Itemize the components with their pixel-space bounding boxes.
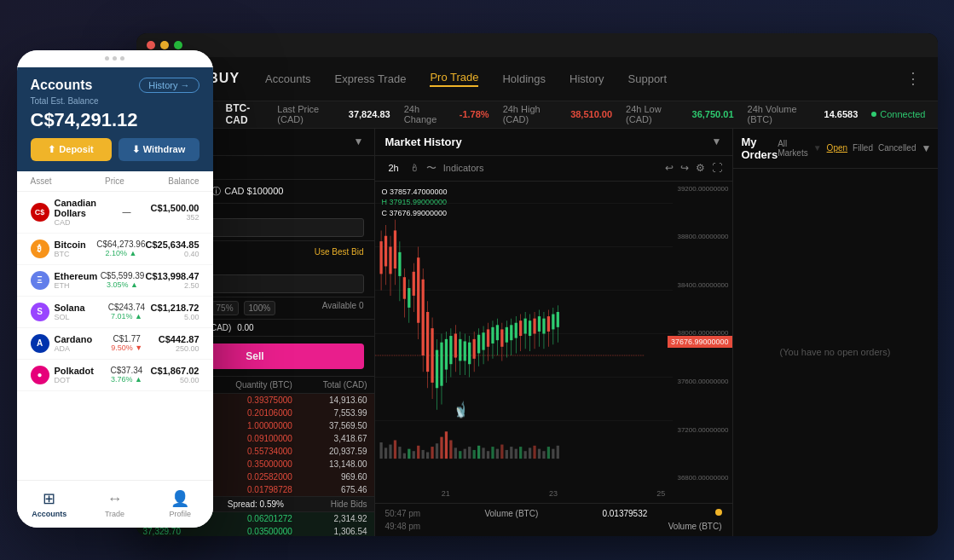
svg-rect-59 (408, 287, 410, 307)
indicators-button[interactable]: Indicators (443, 163, 484, 173)
mobile-nav-profile[interactable]: 👤 Profile (147, 489, 213, 518)
asset-balance-ada: C$442.87 250.00 (151, 334, 199, 353)
mobile-balance: C$74,291.12 (31, 109, 199, 131)
asset-info-sol: S Solana SOL (31, 303, 103, 321)
mobile-nav-accounts[interactable]: ⊞ Accounts (17, 489, 83, 518)
history-badge-button[interactable]: History → (139, 78, 199, 93)
chart-x-axis: 21 23 25 (375, 489, 732, 498)
timeframe-2h[interactable]: 2h (385, 161, 402, 175)
list-item[interactable]: Ξ Ethereum ETH C$5,599.39 3.05% ▲ C$13,9… (17, 265, 213, 297)
svg-rect-20 (440, 436, 442, 459)
svg-rect-22 (449, 440, 452, 459)
withdraw-button[interactable]: ⬇ Withdraw (119, 138, 199, 161)
svg-rect-85 (468, 342, 471, 364)
order-book-chevron[interactable]: ▼ (354, 136, 364, 147)
svg-rect-91 (482, 332, 484, 349)
svg-rect-38 (523, 451, 526, 459)
svg-rect-11 (398, 447, 401, 459)
svg-rect-71 (435, 349, 437, 388)
asset-price-btc: C$64,273.96 2.10% ▲ (96, 240, 145, 257)
svg-rect-79 (454, 333, 456, 357)
pct-75[interactable]: 75% (211, 301, 239, 315)
settings-icon[interactable]: ⚙ (696, 162, 705, 174)
maximize-dot[interactable] (174, 41, 182, 49)
last-price-label: Last Price (CAD) (277, 104, 335, 124)
chart-area: O 37857.47000000 H 37915.99000000 C 3767… (375, 182, 732, 503)
asset-price-cad: — (102, 207, 150, 216)
svg-rect-97 (495, 325, 498, 340)
nav-accounts[interactable]: Accounts (265, 72, 310, 85)
redo-icon[interactable]: ↪ (680, 162, 689, 174)
hide-bids-button[interactable]: Hide Bids (331, 499, 367, 509)
svg-rect-34 (505, 449, 507, 458)
svg-rect-75 (444, 338, 447, 369)
mobile-title: Accounts (31, 78, 93, 93)
svg-rect-24 (459, 451, 461, 459)
asset-name-sol: Solana (55, 303, 85, 313)
list-item[interactable]: ₿ Bitcoin BTC C$64,273.96 2.10% ▲ C$25,6… (17, 234, 213, 265)
list-item[interactable]: A Cardano ADA C$1.77 9.50% ▼ C$442.87 25… (17, 328, 213, 360)
svg-rect-57 (402, 277, 405, 299)
profile-nav-label: Profile (169, 510, 191, 518)
status-dot (120, 56, 124, 61)
svg-rect-63 (417, 257, 419, 323)
withdraw-icon: ⬇ (132, 144, 140, 155)
svg-rect-65 (421, 279, 424, 355)
svg-rect-21 (444, 431, 447, 459)
orders-chevron[interactable]: ▼ (921, 142, 931, 154)
svg-rect-61 (412, 271, 414, 295)
chart-title: Market History (385, 136, 462, 148)
open-filter[interactable]: Open (827, 143, 847, 153)
fullscreen-icon[interactable]: ⛶ (712, 162, 722, 174)
connection-status: Connected (871, 109, 925, 119)
list-item[interactable]: S Solana SOL C$243.74 7.01% ▲ C$1,218.72… (17, 297, 213, 328)
svg-rect-41 (537, 448, 540, 458)
eth-asset-icon: Ξ (31, 271, 49, 290)
svg-rect-40 (533, 445, 535, 458)
candle-icon[interactable]: 🕯 (409, 162, 419, 174)
orders-title: My Orders (742, 136, 778, 161)
col-asset-label: Asset (31, 176, 87, 186)
mobile-header-top: Accounts History → (31, 78, 199, 93)
deposit-button[interactable]: ⬆ Deposit (31, 138, 112, 161)
nav-history[interactable]: History (570, 72, 604, 85)
nav-express-trade[interactable]: Express Trade (335, 72, 407, 85)
best-bid-link[interactable]: Use Best Bid (315, 247, 364, 257)
list-item[interactable]: C$ Canadian Dollars CAD — C$1,500.00 352 (17, 192, 213, 234)
close-dot[interactable] (147, 41, 155, 49)
mobile-nav-trade[interactable]: ↔ Trade (82, 490, 147, 518)
nav-links: Accounts Express Trade Pro Trade Holding… (265, 71, 905, 87)
pct-100[interactable]: 100% (244, 301, 276, 315)
svg-rect-31 (491, 447, 494, 459)
svg-rect-95 (491, 326, 494, 343)
list-item[interactable]: ● Polkadot DOT C$37.34 3.76% ▲ C$1,867.0… (17, 360, 213, 391)
svg-rect-37 (519, 447, 522, 459)
nav-holdings[interactable]: Holdings (502, 72, 546, 85)
deposit-icon: ⬆ (48, 144, 55, 155)
accounts-nav-icon: ⊞ (43, 489, 55, 508)
all-markets-filter[interactable]: All Markets (778, 139, 808, 158)
asset-balance-eth: C$13,998.47 2.50 (146, 271, 199, 290)
chart-chevron[interactable]: ▼ (712, 136, 722, 147)
svg-rect-26 (468, 447, 471, 459)
more-options-icon[interactable]: ⋮ (905, 69, 921, 88)
svg-rect-32 (495, 448, 498, 458)
svg-rect-10 (393, 440, 396, 459)
minimize-dot[interactable] (160, 41, 169, 49)
nav-support[interactable]: Support (628, 72, 668, 85)
svg-rect-49 (384, 235, 386, 266)
cancelled-filter[interactable]: Cancelled (878, 143, 916, 153)
asset-price-sol: C$243.74 7.01% ▲ (102, 303, 150, 320)
nav-pro-trade[interactable]: Pro Trade (430, 71, 478, 87)
wave-icon[interactable]: 〜 (426, 161, 437, 176)
svg-rect-111 (528, 320, 530, 336)
status-dot (105, 56, 109, 61)
sol-asset-icon: S (31, 303, 49, 321)
orders-header: My Orders All Markets ▼ Open Filled Canc… (733, 129, 938, 169)
mobile-action-buttons: ⬆ Deposit ⬇ Withdraw (31, 138, 199, 161)
filled-filter[interactable]: Filled (853, 143, 873, 153)
mobile-assets-header: Asset Price Balance (17, 171, 213, 192)
svg-text:🐋: 🐋 (456, 398, 465, 419)
svg-rect-113 (533, 318, 535, 333)
undo-icon[interactable]: ↩ (665, 162, 674, 174)
